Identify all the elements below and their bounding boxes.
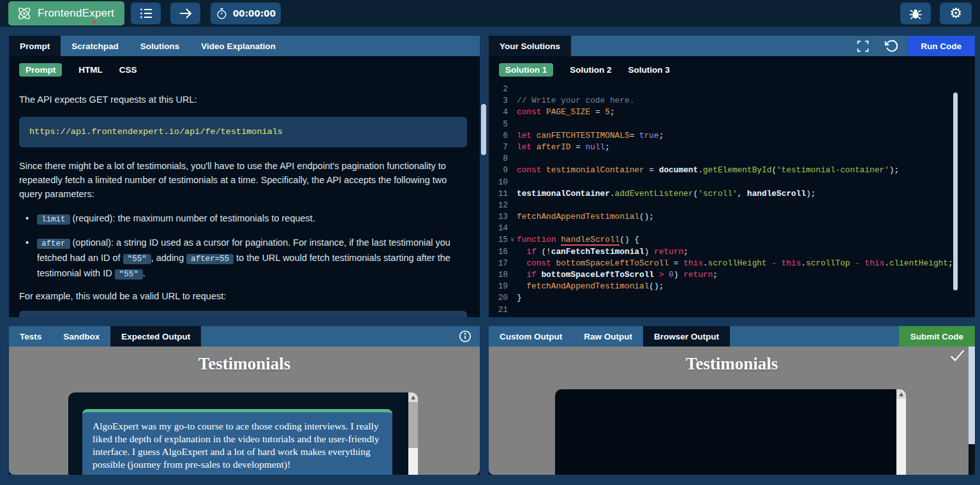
code-line: 5 <box>489 119 975 130</box>
info-icon <box>458 329 472 343</box>
subtab-css[interactable]: CSS <box>119 65 137 75</box>
tab-prompt[interactable]: Prompt <box>9 36 61 56</box>
output-panel: Custom Output Raw Output Browser Output … <box>489 326 975 475</box>
solutions-panel: Your Solutions Run Code Solution 1 Solut… <box>489 36 975 317</box>
prompt-tabbar: Prompt Scratchpad Solutions Video Explan… <box>9 36 480 56</box>
solution-subtabs: Solution 1 Solution 2 Solution 3 <box>489 56 975 82</box>
testimonial-container: AlgoExpert was my go-to course to ace th… <box>68 392 418 475</box>
prompt-paragraph: Since there might be a lot of testimonia… <box>19 159 468 201</box>
testimonials-title: Testimonials <box>9 347 480 374</box>
solutions-tabbar: Your Solutions Run Code <box>489 36 975 56</box>
prompt-paragraph: For example, this would be a valid URL t… <box>19 289 468 303</box>
submit-code-button[interactable]: Submit Code <box>899 326 975 347</box>
code-line: 10 <box>489 177 975 188</box>
run-code-button[interactable]: Run Code <box>907 36 975 56</box>
prompt-scrollbar[interactable] <box>481 104 486 155</box>
subtab-solution-1[interactable]: Solution 1 <box>499 63 553 77</box>
fold-chevron-icon: ∨ <box>508 234 517 246</box>
tab-your-solutions[interactable]: Your Solutions <box>489 36 571 56</box>
code-line: 20} <box>489 292 975 304</box>
atom-logo-icon <box>16 5 33 22</box>
testimonial-card: AlgoExpert was my go-to course to ace th… <box>82 409 392 475</box>
stopwatch-icon <box>216 8 228 20</box>
prompt-paragraph: The API expects GET requests at this URL… <box>19 93 468 107</box>
code-line: 12 <box>489 200 975 211</box>
notification-dot <box>93 20 96 24</box>
next-question-button[interactable] <box>170 3 200 24</box>
arrow-right-icon <box>178 6 193 21</box>
code-line: 16 if (!canFetchTestimonial) return; <box>489 246 975 258</box>
code-line: 7let afterID = null; <box>489 142 975 153</box>
query-params-list: limit (required): the maximum number of … <box>26 211 468 281</box>
fullscreen-button[interactable] <box>850 36 875 56</box>
tab-scratchpad[interactable]: Scratchpad <box>61 36 130 56</box>
info-button[interactable] <box>458 326 480 347</box>
code-line: 15∨function handleScroll() { <box>489 234 975 246</box>
tabbar-spacer <box>201 326 458 347</box>
scrollbar-thumb[interactable] <box>408 402 418 448</box>
subtab-html[interactable]: HTML <box>78 65 103 75</box>
subtab-solution-3[interactable]: Solution 3 <box>628 65 670 75</box>
code-editor[interactable]: 23// Write your code here.4const PAGE_SI… <box>489 82 975 317</box>
list-icon <box>138 6 154 21</box>
tab-video-explanation[interactable]: Video Explanation <box>190 36 286 56</box>
tab-solutions[interactable]: Solutions <box>130 36 191 56</box>
tests-panel: Tests Sandbox Expected Output Testimonia… <box>9 326 480 475</box>
logo-button[interactable]: FrontendExpert <box>8 1 124 26</box>
tab-raw-output[interactable]: Raw Output <box>573 326 643 347</box>
list-item: after (optional): a string ID used as a … <box>26 235 468 281</box>
tab-tests[interactable]: Tests <box>9 326 52 347</box>
fullscreen-icon <box>856 40 870 53</box>
example-url-codeblock: https://api.frontendexpert.io/api/fe/tes… <box>19 311 467 317</box>
timer-button[interactable]: 00:00:00 <box>211 3 281 24</box>
tab-sandbox[interactable]: Sandbox <box>52 326 110 347</box>
prompt-body: The API expects GET requests at this URL… <box>9 82 480 317</box>
timer-value: 00:00:00 <box>233 8 276 19</box>
code-line: 2 <box>489 84 975 95</box>
report-bug-button[interactable] <box>900 3 931 24</box>
code-line: 22∨async function fetchAndAppendTestimon… <box>489 316 975 317</box>
code-line: 17 const bottomSpaceLeftToScroll = this.… <box>489 258 975 269</box>
api-url-codeblock: https://api.frontendexpert.io/api/fe/tes… <box>19 117 467 147</box>
tests-tabbar: Tests Sandbox Expected Output <box>9 326 480 347</box>
code-line: 4const PAGE_SIZE = 5; <box>489 107 975 118</box>
testimonial-container: ▲ <box>555 389 906 475</box>
code-line: 9const testimonialContainer = document.g… <box>489 165 975 176</box>
prompt-subtabs: Prompt HTML CSS <box>9 56 480 82</box>
browser-output-view: Testimonials ▲ <box>489 347 975 475</box>
testimonial-scrollbar[interactable]: ▲ <box>896 389 906 475</box>
subtab-solution-2[interactable]: Solution 2 <box>570 65 611 75</box>
testimonial-scrollbar[interactable]: ▲ <box>408 392 418 475</box>
logo-text: FrontendExpert <box>38 7 114 20</box>
gear-icon: ⚙ <box>949 6 962 20</box>
question-list-button[interactable] <box>131 3 161 24</box>
testimonials-title: Testimonials <box>489 347 975 374</box>
fold-chevron-icon: ∨ <box>508 316 517 317</box>
expected-output-view: Testimonials AlgoExpert was my go-to cou… <box>9 347 480 475</box>
tab-browser-output[interactable]: Browser Output <box>643 326 730 347</box>
settings-button[interactable]: ⚙ <box>940 3 972 24</box>
page-scrollbar[interactable] <box>969 347 975 475</box>
code-line: 18 if bottomSpaceLeftToScroll > 0) retur… <box>489 269 975 281</box>
top-navbar: FrontendExpert 00:00:00 <box>0 0 980 27</box>
prompt-panel: Prompt Scratchpad Solutions Video Explan… <box>9 36 480 317</box>
tab-custom-output[interactable]: Custom Output <box>489 326 573 347</box>
code-line: 8 <box>489 153 975 165</box>
code-line: 14 <box>489 223 975 234</box>
tab-expected-output[interactable]: Expected Output <box>110 326 201 347</box>
scroll-up-icon[interactable]: ▲ <box>896 389 906 399</box>
subtab-prompt[interactable]: Prompt <box>19 63 62 77</box>
reset-icon <box>884 39 898 53</box>
code-line: 13fetchAndAppendTestimonial(); <box>489 211 975 223</box>
code-line: 3// Write your code here. <box>489 95 975 107</box>
output-tabbar: Custom Output Raw Output Browser Output … <box>489 326 975 347</box>
code-line: 11testimonalContainer.addEventListener('… <box>489 188 975 200</box>
editor-scrollbar[interactable] <box>953 93 958 290</box>
code-line: 19 fetchAndAppendTestimonial(); <box>489 281 975 292</box>
code-line: 21 <box>489 304 975 316</box>
scrollbar-thumb[interactable] <box>969 347 975 444</box>
list-item: limit (required): the maximum number of … <box>26 211 468 227</box>
reset-code-button[interactable] <box>879 36 904 56</box>
code-line: 6let canFETCHTESTIMONALS= true; <box>489 130 975 142</box>
scroll-up-icon[interactable]: ▲ <box>408 392 418 402</box>
